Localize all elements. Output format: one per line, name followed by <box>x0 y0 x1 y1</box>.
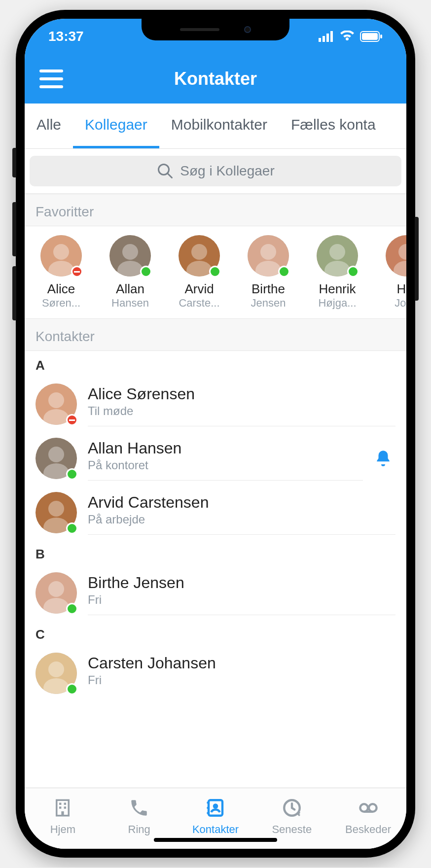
presence-green-icon <box>66 603 78 615</box>
favorite-last-name: Jensen <box>241 297 296 310</box>
contact-row[interactable]: Alice Sørensen Til møde <box>25 377 406 431</box>
tabbar-clock[interactable]: Seneste <box>253 788 330 845</box>
tab-mobilkontakter[interactable]: Mobilkontakter <box>159 104 279 148</box>
tabbar-voicemail[interactable]: Beskeder <box>330 788 406 845</box>
svg-point-34 <box>48 501 64 517</box>
avatar <box>36 653 77 694</box>
favorite-last-name: Højga... <box>310 297 365 310</box>
avatar <box>40 235 82 277</box>
contact-status: Til møde <box>88 404 395 418</box>
tabbar-label: Beskeder <box>345 823 391 836</box>
favorites-row[interactable]: Alice Søren... Allan Hansen Arvid Carste… <box>25 226 406 318</box>
search-input[interactable]: Søg i Kollegaer <box>30 156 401 186</box>
svg-point-16 <box>191 244 207 260</box>
svg-rect-45 <box>59 806 61 808</box>
contact-name: Alice Sørensen <box>88 385 395 403</box>
avatar <box>317 235 358 277</box>
bell-icon <box>374 449 393 468</box>
presence-green-icon <box>66 468 78 480</box>
contact-status: Fri <box>88 593 395 607</box>
search-icon <box>156 162 174 180</box>
contact-info: Birthe Jensen Fri <box>88 571 395 615</box>
favorite-first-name: Arvid <box>172 281 227 297</box>
contact-status: På kontoret <box>88 458 363 472</box>
tabbar-label: Kontakter <box>192 823 239 836</box>
tab-alle[interactable]: Alle <box>25 104 73 148</box>
tab-kollegaer[interactable]: Kollegaer <box>73 104 159 148</box>
tabbar-phone[interactable]: Ring <box>101 788 178 845</box>
svg-point-22 <box>329 244 345 260</box>
home-indicator[interactable] <box>154 838 277 842</box>
page-title: Kontakter <box>25 69 406 89</box>
favorite-item[interactable]: Hel John <box>379 235 406 310</box>
phone-frame: 13:37 Kontakter AlleKollegaerMobilkontak… <box>16 10 415 858</box>
svg-rect-5 <box>362 33 378 40</box>
side-button <box>12 202 16 256</box>
side-button <box>12 148 16 177</box>
tab-fælles konta[interactable]: Fælles konta <box>279 104 388 148</box>
tabbar-label: Ring <box>128 823 150 836</box>
tabbar-label: Hjem <box>50 823 75 836</box>
avatar <box>36 383 77 425</box>
svg-point-28 <box>48 392 64 408</box>
presence-red-icon <box>66 414 78 426</box>
tabbar-contacts[interactable]: Kontakter <box>178 788 254 845</box>
contacts-list[interactable]: A Alice Sørensen Til møde Allan Hansen P… <box>25 351 406 788</box>
favorite-item[interactable]: Alice Søren... <box>34 235 89 310</box>
wifi-icon <box>339 31 355 42</box>
favorite-last-name: Hansen <box>103 297 158 310</box>
contact-info: Allan Hansen På kontoret <box>88 436 363 481</box>
side-button <box>415 217 419 301</box>
presence-green-icon <box>209 266 221 278</box>
favorite-item[interactable]: Birthe Jensen <box>241 235 296 310</box>
svg-rect-1 <box>323 36 325 42</box>
status-time: 13:37 <box>48 29 84 44</box>
avatar <box>36 492 77 533</box>
contact-info: Carsten Johansen Fri <box>88 651 395 695</box>
voicemail-icon <box>358 798 379 821</box>
svg-point-10 <box>53 244 69 260</box>
screen: 13:37 Kontakter AlleKollegaerMobilkontak… <box>25 19 406 849</box>
contact-name: Carsten Johansen <box>88 654 395 672</box>
contact-row[interactable]: Allan Hansen På kontoret <box>25 431 406 486</box>
presence-green-icon <box>278 266 290 278</box>
avatar <box>36 438 77 479</box>
svg-rect-43 <box>59 802 61 804</box>
contacts-header: Kontakter <box>25 318 406 351</box>
notch <box>142 19 289 40</box>
svg-rect-6 <box>380 35 382 38</box>
presence-green-icon <box>66 683 78 695</box>
side-button <box>12 266 16 320</box>
building-icon <box>52 798 73 821</box>
favorite-first-name: Henrik <box>310 281 365 297</box>
contact-status: Fri <box>88 673 395 687</box>
contact-name: Birthe Jensen <box>88 574 395 592</box>
svg-rect-47 <box>62 811 64 816</box>
svg-point-54 <box>360 804 368 812</box>
svg-point-40 <box>48 661 64 677</box>
tabbar-building[interactable]: Hjem <box>25 788 101 845</box>
contact-row[interactable]: Arvid Carstensen På arbejde <box>25 486 406 540</box>
contact-row[interactable]: Birthe Jensen Fri <box>25 566 406 620</box>
favorite-last-name: Søren... <box>34 297 89 310</box>
svg-rect-2 <box>326 34 329 42</box>
contact-row[interactable]: Carsten Johansen Fri <box>25 646 406 700</box>
status-icons <box>319 31 383 42</box>
menu-button[interactable] <box>39 69 63 88</box>
section-letter: B <box>25 540 406 566</box>
favorite-item[interactable]: Henrik Højga... <box>310 235 365 310</box>
favorite-item[interactable]: Arvid Carste... <box>172 235 227 310</box>
favorite-item[interactable]: Allan Hansen <box>103 235 158 310</box>
svg-line-8 <box>168 174 172 178</box>
section-letter: A <box>25 351 406 377</box>
svg-point-55 <box>368 804 376 812</box>
contact-info: Alice Sørensen Til møde <box>88 382 395 426</box>
favorite-last-name: John <box>379 297 406 310</box>
svg-point-37 <box>48 581 64 597</box>
favorite-first-name: Allan <box>103 281 158 297</box>
presence-green-icon <box>66 522 78 534</box>
app-header: Kontakter <box>25 54 406 104</box>
favorite-first-name: Hel <box>379 281 406 297</box>
svg-point-13 <box>122 244 138 260</box>
favorites-header: Favoritter <box>25 194 406 226</box>
